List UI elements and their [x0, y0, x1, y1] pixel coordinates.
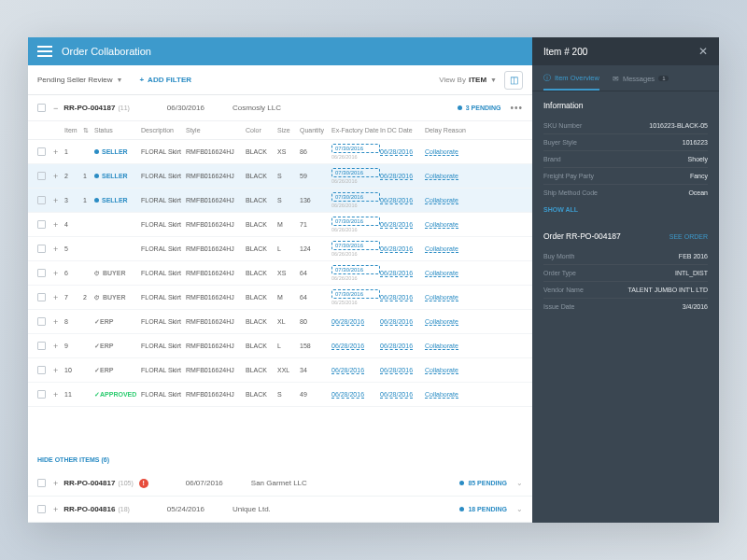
expand-icon[interactable]: + — [53, 366, 58, 375]
cell-collaborate[interactable]: Collaborate — [425, 173, 472, 179]
cell-exfactory[interactable]: 06/28/2016 — [331, 367, 380, 373]
checkbox[interactable] — [37, 196, 46, 204]
cell-collaborate[interactable]: Collaborate — [425, 391, 472, 398]
chevron-down-icon[interactable]: ⌄ — [516, 505, 523, 513]
status-filter-dropdown[interactable]: Pending Seller Review▼ — [37, 76, 122, 84]
checkbox[interactable] — [37, 479, 46, 487]
table-row[interactable]: +10ERPFLORAL SkirtRMFB016624HJBLACKXXL34… — [28, 358, 532, 383]
cell-collaborate[interactable]: Collaborate — [425, 270, 472, 276]
cell-indc[interactable]: 06/28/2016 — [380, 318, 425, 325]
show-all-link[interactable]: SHOW ALL — [543, 206, 708, 213]
expand-icon[interactable]: + — [53, 342, 58, 351]
expand-icon[interactable]: + — [53, 245, 58, 254]
cell-indc[interactable]: 06/28/2016 — [380, 245, 425, 252]
checkbox[interactable] — [37, 317, 46, 326]
cell-indc[interactable]: 06/28/2016 — [380, 270, 425, 276]
cell-exfactory[interactable]: 07/30/201606/26/2016 — [331, 217, 380, 233]
table-row[interactable]: +21SELLERFLORAL SkirtRMFB016624HJBLACKS5… — [28, 164, 532, 189]
cell-indc[interactable]: 06/28/2016 — [380, 391, 425, 398]
cell-collaborate[interactable]: Collaborate — [425, 294, 472, 301]
checkbox[interactable] — [37, 245, 46, 253]
collapse-icon[interactable]: − — [53, 104, 58, 113]
cell-indc[interactable]: 06/28/2016 — [380, 221, 425, 228]
cell-collaborate[interactable]: Collaborate — [425, 221, 472, 228]
checkbox[interactable] — [37, 220, 46, 229]
col-item[interactable]: Item — [64, 127, 83, 133]
layout-toggle-button[interactable]: ◫ — [504, 71, 523, 90]
table-row[interactable]: +6BUYERFLORAL SkirtRMFB016624HJBLACKXS64… — [28, 261, 532, 286]
checkbox[interactable] — [37, 342, 46, 350]
cell-indc[interactable]: 06/28/2016 — [380, 197, 425, 203]
checkbox[interactable] — [37, 366, 46, 374]
expand-icon[interactable]: + — [53, 269, 58, 278]
checkbox[interactable] — [37, 390, 46, 399]
cell-collaborate[interactable]: Collaborate — [425, 148, 472, 155]
table-row[interactable]: +1SELLERFLORAL SkirtRMFB016624HJBLACKXS8… — [28, 140, 532, 164]
col-delay[interactable]: Delay Reason — [425, 127, 472, 133]
col-indc[interactable]: In DC Date — [380, 127, 425, 133]
order-id[interactable]: RR-PO-004187 — [63, 104, 115, 112]
cell-indc[interactable]: 06/28/2016 — [380, 367, 425, 373]
checkbox[interactable] — [37, 505, 46, 513]
order-id[interactable]: RR-PO-004817 — [63, 479, 115, 487]
expand-icon[interactable]: + — [53, 196, 58, 205]
tab-item-overview[interactable]: ⓘItem Overview — [543, 73, 599, 91]
cell-exfactory[interactable]: 07/30/201606/26/2016 — [331, 192, 380, 209]
add-filter-button[interactable]: +ADD FILTER — [139, 76, 191, 84]
more-icon[interactable]: ••• — [510, 103, 523, 113]
cell-exfactory[interactable]: 07/30/201606/25/2016 — [331, 289, 380, 306]
expand-icon[interactable]: + — [53, 479, 58, 488]
cell-collaborate[interactable]: Collaborate — [425, 197, 472, 203]
table-row[interactable]: +11APPROVEDFLORAL SkirtRMFB016624HJBLACK… — [28, 383, 532, 407]
expand-icon[interactable]: + — [53, 505, 58, 514]
checkbox[interactable] — [37, 147, 46, 156]
col-exfactory[interactable]: Ex-Factory Date — [331, 127, 380, 133]
checkbox[interactable] — [37, 269, 46, 277]
cell-indc[interactable]: 06/28/2016 — [380, 343, 425, 349]
see-order-link[interactable]: SEE ORDER — [669, 233, 708, 240]
cell-exfactory[interactable]: 07/30/201606/26/2016 — [331, 168, 380, 185]
col-size[interactable]: Size — [277, 127, 300, 133]
expand-icon[interactable]: + — [53, 293, 58, 302]
table-row[interactable]: +72BUYERFLORAL SkirtRMFB016624HJBLACKM64… — [28, 286, 532, 310]
expand-icon[interactable]: + — [53, 220, 58, 230]
chevron-down-icon[interactable]: ▼ — [490, 77, 497, 83]
checkbox[interactable] — [37, 172, 46, 180]
table-row[interactable]: +4FLORAL SkirtRMFB016624HJBLACKM7107/30/… — [28, 213, 532, 237]
col-description[interactable]: Description — [141, 127, 186, 133]
expand-icon[interactable]: + — [53, 172, 58, 181]
expand-icon[interactable]: + — [53, 390, 58, 399]
cell-collaborate[interactable]: Collaborate — [425, 343, 472, 349]
cell-exfactory[interactable]: 07/30/201606/26/2016 — [331, 144, 380, 161]
cell-indc[interactable]: 06/28/2016 — [380, 173, 425, 179]
table-row[interactable]: +9ERPFLORAL SkirtRMFB016624HJBLACKL15806… — [28, 334, 532, 358]
sort-icon[interactable]: ⇅ — [83, 127, 94, 134]
cell-exfactory[interactable]: 06/28/2016 — [331, 391, 380, 398]
cell-exfactory[interactable]: 06/28/2016 — [331, 343, 380, 349]
cell-exfactory[interactable]: 06/28/2016 — [331, 318, 380, 325]
cell-indc[interactable]: 06/28/2016 — [380, 294, 425, 301]
checkbox[interactable] — [37, 104, 46, 112]
col-status[interactable]: Status — [94, 127, 141, 133]
cell-exfactory[interactable]: 07/30/201606/26/2016 — [331, 241, 380, 258]
col-quantity[interactable]: Quantity — [300, 127, 331, 133]
table-row[interactable]: +8ERPFLORAL SkirtRMFB016624HJBLACKXL8006… — [28, 310, 532, 334]
order-id[interactable]: RR-PO-004816 — [63, 505, 115, 513]
cell-collaborate[interactable]: Collaborate — [425, 367, 472, 373]
checkbox[interactable] — [37, 293, 46, 301]
col-color[interactable]: Color — [246, 127, 277, 133]
hide-other-items-link[interactable]: HIDE OTHER ITEMS (6) — [28, 449, 532, 470]
col-style[interactable]: Style — [186, 127, 246, 133]
cell-indc[interactable]: 06/28/2016 — [380, 148, 425, 155]
expand-icon[interactable]: + — [53, 147, 58, 157]
cell-collaborate[interactable]: Collaborate — [425, 245, 472, 252]
expand-icon[interactable]: + — [53, 317, 58, 327]
table-row[interactable]: +5FLORAL SkirtRMFB016624HJBLACKL12407/30… — [28, 237, 532, 261]
cell-collaborate[interactable]: Collaborate — [425, 318, 472, 325]
tab-messages[interactable]: ✉Messages1 — [613, 75, 669, 89]
chevron-down-icon[interactable]: ⌄ — [516, 479, 523, 487]
menu-icon[interactable] — [37, 46, 52, 57]
cell-exfactory[interactable]: 07/30/201606/26/2016 — [331, 265, 380, 282]
table-row[interactable]: +31SELLERFLORAL SkirtRMFB016624HJBLACKS1… — [28, 189, 532, 213]
close-icon[interactable]: ✕ — [698, 45, 708, 58]
